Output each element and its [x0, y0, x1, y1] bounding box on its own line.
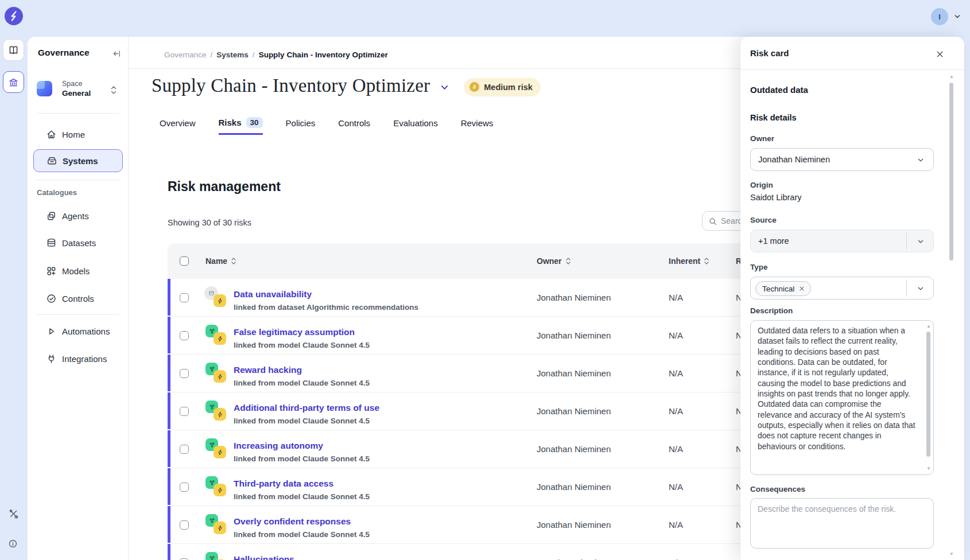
sidebar-title: Governance	[38, 48, 90, 58]
owner-select[interactable]: Jonathan Nieminen	[750, 148, 934, 171]
chip-remove-icon[interactable]	[798, 285, 805, 292]
risk-linked-from: linked from model Claude Sonnet 4.5	[234, 492, 370, 501]
risk-linked-from: linked from model Claude Sonnet 4.5	[234, 341, 370, 349]
tab-policies[interactable]: Policies	[286, 118, 316, 135]
row-checkbox[interactable]	[180, 369, 189, 378]
row-checkbox[interactable]	[180, 483, 189, 492]
tab-overview[interactable]: Overview	[160, 118, 196, 135]
risk-bolt-icon	[214, 446, 226, 458]
row-checkbox[interactable]	[180, 445, 189, 454]
space-updown-icon	[110, 85, 118, 95]
scroll-down-icon[interactable]: ▼	[926, 466, 931, 471]
datasets-icon	[46, 238, 57, 248]
column-header-owner[interactable]: Owner	[537, 256, 571, 266]
bank-icon	[8, 77, 19, 88]
row-accent-bar	[168, 430, 170, 467]
row-checkbox[interactable]	[180, 520, 189, 530]
scroll-up-icon[interactable]: ▲	[926, 324, 931, 329]
column-header-inherent[interactable]: Inherent	[669, 256, 709, 266]
app-logo[interactable]	[5, 7, 23, 25]
type-select[interactable]: Technical	[750, 277, 934, 300]
risk-name-link[interactable]: Overly confident responses	[234, 516, 351, 527]
close-icon[interactable]	[934, 48, 945, 60]
column-header-name[interactable]: Name	[205, 256, 236, 266]
sidebar-item-label: Datasets	[62, 238, 96, 248]
sidebar-item-integrations[interactable]: Integrations	[33, 347, 123, 370]
tools-icon[interactable]	[8, 508, 19, 519]
sidebar-divider	[37, 314, 119, 315]
breadcrumb-item[interactable]: Governance	[164, 50, 207, 59]
agents-icon	[46, 211, 57, 221]
sidebar-item-controls[interactable]: Controls	[33, 287, 123, 310]
description-label: Description	[750, 306, 793, 315]
risk-name-link[interactable]: Data unavailability	[234, 289, 312, 300]
sidebar-item-systems[interactable]: Systems	[33, 149, 123, 172]
risk-details-heading: Risk details	[750, 113, 797, 122]
panel-scrollbar[interactable]	[949, 83, 953, 260]
sidebar-collapse-button[interactable]	[110, 47, 123, 60]
description-textarea[interactable]: Outdated data refers to a situation when…	[750, 320, 934, 475]
tab-reviews[interactable]: Reviews	[461, 118, 494, 135]
sidebar-item-datasets[interactable]: Datasets	[33, 231, 123, 254]
panel-scroll-up-icon[interactable]: ▲	[949, 75, 954, 79]
source-label: Source	[750, 216, 777, 224]
breadcrumb-item-current: Supply Chain - Inventory Optimizer	[259, 50, 388, 59]
inherent-cell: N/A	[669, 293, 683, 302]
risk-linked-from: linked from dataset Algorithmic recommen…	[234, 303, 418, 312]
risk-card-title: Risk card	[750, 48, 789, 58]
governance-rail-button[interactable]	[3, 71, 24, 93]
tab-evaluations[interactable]: Evaluations	[393, 118, 438, 135]
sidebar-item-models[interactable]: Models	[33, 259, 123, 282]
description-scrollbar[interactable]	[926, 332, 930, 457]
user-avatar[interactable]: I	[931, 8, 948, 25]
tab-controls[interactable]: Controls	[338, 118, 370, 135]
sidebar-item-automations[interactable]: Automations	[33, 320, 123, 343]
row-accent-bar	[168, 317, 170, 353]
select-all-checkbox[interactable]	[180, 256, 189, 266]
space-icon	[37, 81, 52, 96]
sidebar-item-agents[interactable]: Agents	[33, 204, 123, 227]
library-rail-button[interactable]	[3, 39, 24, 61]
logo-spark-icon	[5, 7, 23, 25]
owner-label: Owner	[750, 134, 774, 143]
row-checkbox[interactable]	[180, 407, 189, 416]
risk-name-link[interactable]: Additional third-party terms of use	[234, 403, 379, 413]
risk-bolt-icon	[214, 294, 226, 307]
inherent-cell: N/A	[669, 444, 683, 454]
select-divider	[906, 279, 907, 297]
showing-count: Showing 30 of 30 risks	[168, 218, 251, 227]
owner-cell: Jonathan Nieminen	[537, 293, 611, 302]
source-select[interactable]: +1 more	[750, 230, 934, 252]
panel-scroll-down-icon[interactable]: ▼	[949, 552, 954, 557]
owner-cell: Jonathan Nieminen	[537, 444, 611, 454]
risk-name-link[interactable]: False legitimacy assumption	[234, 327, 355, 337]
row-checkbox[interactable]	[180, 331, 189, 340]
risk-linked-from: linked from model Claude Sonnet 4.5	[234, 379, 370, 387]
risk-name-link[interactable]: Reward hacking	[234, 365, 302, 375]
title-chevron-icon[interactable]	[439, 82, 450, 93]
row-accent-bar	[168, 544, 170, 560]
owner-cell: Jonathan Nieminen	[537, 482, 611, 492]
owner-cell: Jonathan Nieminen	[537, 558, 611, 560]
sidebar-item-label: Agents	[62, 211, 89, 221]
risk-name-link[interactable]: Third-party data access	[234, 479, 333, 489]
row-checkbox[interactable]	[180, 293, 189, 302]
type-label: Type	[750, 263, 768, 271]
risk-bolt-icon	[214, 332, 226, 345]
model-badge-icon	[205, 552, 218, 560]
space-label: Space	[62, 80, 82, 88]
chevron-down-icon	[916, 284, 925, 293]
account-menu-chevron-icon[interactable]	[953, 12, 962, 21]
sidebar-item-home[interactable]: Home	[33, 123, 123, 146]
consequences-textarea[interactable]	[750, 498, 934, 549]
sort-icon	[231, 257, 236, 265]
inherent-cell: N/A	[669, 482, 683, 492]
tab-risks[interactable]: Risks30	[219, 117, 263, 135]
breadcrumb-item[interactable]: Systems	[216, 50, 249, 59]
sidebar-item-label: Automations	[62, 326, 110, 336]
risk-name-link[interactable]: Hallucinations	[234, 554, 294, 560]
sidebar-section-label: Catalogues	[37, 188, 77, 197]
origin-label: Origin	[750, 181, 773, 189]
info-icon[interactable]	[8, 539, 18, 549]
risk-name-link[interactable]: Increasing autonomy	[234, 441, 323, 451]
